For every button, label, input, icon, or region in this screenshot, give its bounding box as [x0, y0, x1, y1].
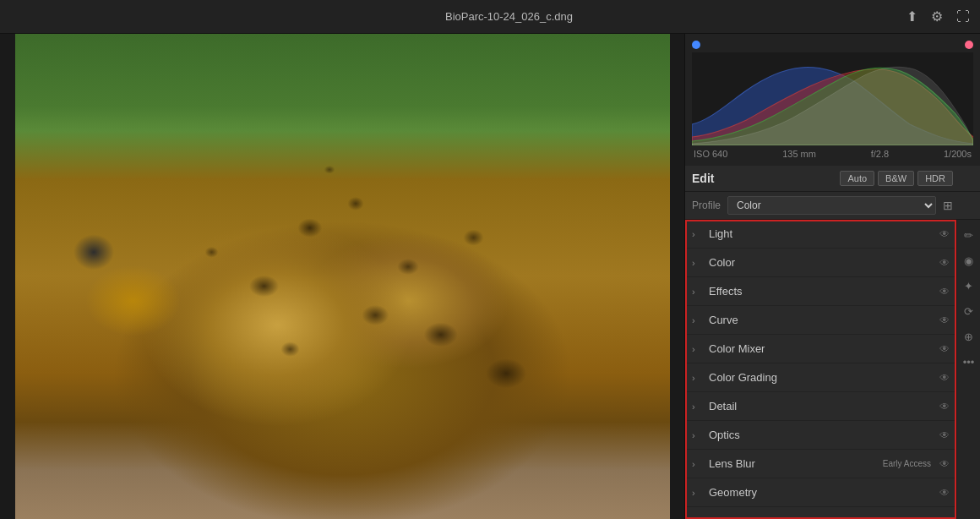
- rail-star-icon[interactable]: ✦: [961, 277, 977, 294]
- panel-label-color-grading: Color Grading: [709, 371, 777, 384]
- fullscreen-icon[interactable]: ⛶: [956, 9, 970, 25]
- profile-select[interactable]: Color Adobe Color Adobe Landscape Adobe …: [727, 196, 936, 215]
- meta-aperture: f/2.8: [871, 149, 889, 159]
- panel-item-optics[interactable]: ›Optics👁: [685, 421, 956, 450]
- settings-icon[interactable]: ⚙: [931, 8, 943, 25]
- panel-label-effects: Effects: [709, 285, 743, 298]
- chevron-icon-effects: ›: [692, 287, 704, 297]
- meta-shutter: 1/200s: [944, 149, 972, 159]
- profile-grid-icon[interactable]: ⊞: [943, 199, 953, 212]
- hdr-button[interactable]: HDR: [917, 171, 953, 186]
- top-bar: BioParc-10-24_026_c.dng ⬆ ⚙ ⛶: [0, 0, 980, 34]
- panel-label-color-mixer: Color Mixer: [709, 342, 765, 355]
- panel-label-detail: Detail: [709, 400, 737, 412]
- panel-label-lens-blur: Lens Blur: [709, 457, 755, 470]
- panel-list: ›Light👁›Color👁›Effects👁›Curve👁›Color Mix…: [685, 220, 980, 519]
- histogram-meta: ISO 640 135 mm f/2.8 1/200s: [692, 145, 973, 162]
- chevron-icon-optics: ›: [692, 430, 704, 440]
- histogram-svg: [692, 52, 973, 145]
- eye-icon-color-mixer[interactable]: 👁: [939, 343, 950, 355]
- eye-icon-calibration[interactable]: 👁: [939, 516, 950, 520]
- panel-item-lens-blur[interactable]: ›Lens BlurEarly Access👁: [685, 450, 956, 478]
- eye-icon-color[interactable]: 👁: [939, 257, 950, 269]
- rail-copy-icon[interactable]: ⊕: [961, 328, 977, 345]
- panel-item-calibration[interactable]: ›Calibration👁: [685, 507, 956, 519]
- file-title: BioParc-10-24_026_c.dng: [445, 10, 573, 23]
- right-panel: ISO 640 135 mm f/2.8 1/200s Edit Auto B&…: [684, 34, 980, 519]
- panel-item-color[interactable]: ›Color👁: [685, 249, 956, 277]
- photo-spots-overlay: [15, 34, 670, 519]
- panel-item-geometry[interactable]: ›Geometry👁: [685, 478, 956, 507]
- clipping-shadow-indicator[interactable]: [692, 41, 700, 49]
- profile-section: Profile Color Adobe Color Adobe Landscap…: [685, 192, 980, 220]
- eye-icon-curve[interactable]: 👁: [939, 314, 950, 326]
- bw-button[interactable]: B&W: [878, 171, 914, 186]
- panel-item-light[interactable]: ›Light👁: [685, 220, 956, 249]
- panel-label-geometry: Geometry: [709, 486, 757, 499]
- badge-lens-blur: Early Access: [883, 459, 931, 468]
- panel-item-color-mixer[interactable]: ›Color Mixer👁: [685, 335, 956, 363]
- photo-canvas: [15, 34, 670, 519]
- edit-label: Edit: [692, 172, 714, 185]
- chevron-icon-light: ›: [692, 229, 704, 239]
- edit-section: Edit Auto B&W HDR: [685, 166, 980, 192]
- panel-label-light: Light: [709, 227, 732, 240]
- clipping-highlight-indicator[interactable]: [965, 41, 973, 49]
- panel-icon-rail: ✏ ◉ ✦ ⟳ ⊕ •••: [956, 220, 980, 519]
- chevron-icon-color: ›: [692, 258, 704, 268]
- auto-button[interactable]: Auto: [840, 171, 874, 186]
- photo-area: [0, 34, 684, 519]
- panel-item-effects[interactable]: ›Effects👁: [685, 277, 956, 306]
- eye-icon-effects[interactable]: 👁: [939, 286, 950, 298]
- eye-icon-optics[interactable]: 👁: [939, 429, 950, 441]
- eye-icon-lens-blur[interactable]: 👁: [939, 458, 950, 470]
- panel-label-color: Color: [709, 256, 735, 269]
- chevron-icon-geometry: ›: [692, 488, 704, 498]
- histogram-section: ISO 640 135 mm f/2.8 1/200s: [685, 34, 980, 166]
- panel-item-detail[interactable]: ›Detail👁: [685, 392, 956, 421]
- meta-iso: ISO 640: [694, 149, 727, 159]
- eye-icon-geometry[interactable]: 👁: [939, 487, 950, 499]
- histogram-canvas: [692, 52, 973, 145]
- rail-edit-icon[interactable]: ✏: [961, 227, 977, 243]
- chevron-icon-color-mixer: ›: [692, 344, 704, 354]
- chevron-icon-color-grading: ›: [692, 373, 704, 383]
- profile-label: Profile: [692, 199, 721, 211]
- panel-item-color-grading[interactable]: ›Color Grading👁: [685, 363, 956, 392]
- panel-list-wrapper: ›Light👁›Color👁›Effects👁›Curve👁›Color Mix…: [685, 220, 980, 519]
- panel-item-curve[interactable]: ›Curve👁: [685, 306, 956, 335]
- chevron-icon-calibration: ›: [692, 516, 704, 520]
- histogram-top-icons: [692, 41, 973, 49]
- panel-label-optics: Optics: [709, 429, 740, 441]
- eye-icon-light[interactable]: 👁: [939, 228, 950, 240]
- chevron-icon-detail: ›: [692, 402, 704, 412]
- panel-label-curve: Curve: [709, 314, 738, 326]
- eye-icon-detail[interactable]: 👁: [939, 401, 950, 412]
- chevron-icon-curve: ›: [692, 315, 704, 325]
- edit-buttons: Auto B&W HDR: [840, 171, 953, 186]
- eye-icon-color-grading[interactable]: 👁: [939, 372, 950, 384]
- main-layout: ISO 640 135 mm f/2.8 1/200s Edit Auto B&…: [0, 34, 980, 519]
- rail-more-icon[interactable]: •••: [961, 353, 977, 370]
- meta-focal: 135 mm: [782, 149, 816, 159]
- panel-label-calibration: Calibration: [709, 515, 761, 519]
- chevron-icon-lens-blur: ›: [692, 459, 704, 469]
- rail-eye-icon[interactable]: ◉: [961, 252, 977, 269]
- top-bar-icons: ⬆ ⚙ ⛶: [906, 8, 970, 25]
- rail-adjust-icon[interactable]: ⟳: [961, 303, 977, 320]
- export-icon[interactable]: ⬆: [906, 8, 917, 25]
